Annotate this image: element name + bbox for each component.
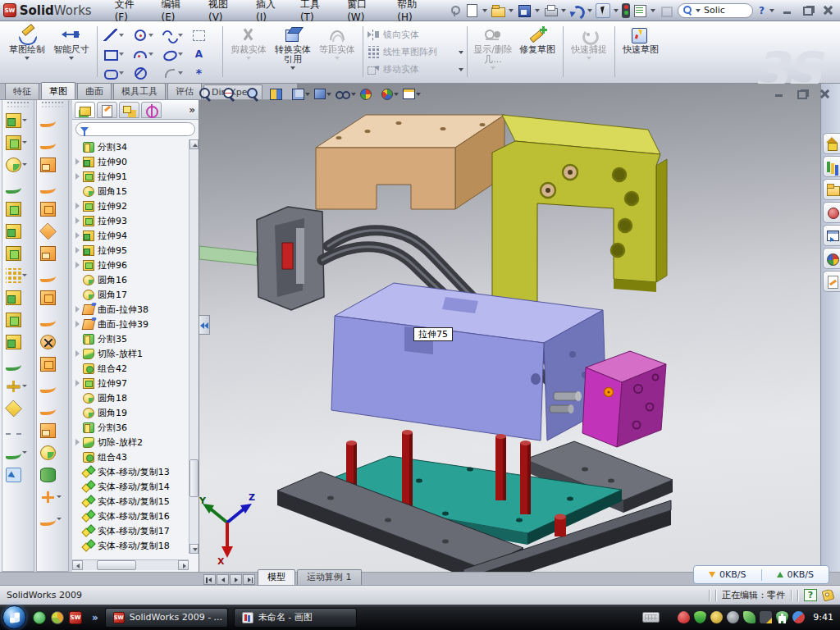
tan-plate-part[interactable] xyxy=(316,115,504,209)
chevron-down-icon[interactable] xyxy=(22,141,27,144)
sketch-entity-button[interactable] xyxy=(189,25,219,44)
toolbar-button[interactable] xyxy=(37,508,68,530)
sketch-entity-button[interactable] xyxy=(101,25,130,44)
toolbar-button[interactable] xyxy=(37,397,68,419)
tags-icon[interactable] xyxy=(822,589,835,602)
chevron-down-icon[interactable] xyxy=(25,57,30,60)
toolbar-button[interactable] xyxy=(37,308,68,331)
toolbar-button[interactable] xyxy=(37,176,68,198)
tree-item[interactable]: 切除-放样1 xyxy=(72,346,189,361)
toolbar-button[interactable] xyxy=(37,198,68,220)
chevron-down-icon[interactable] xyxy=(148,34,153,37)
green-rod-part[interactable] xyxy=(199,246,265,267)
chevron-down-icon[interactable] xyxy=(22,163,27,166)
convert-entities-button[interactable]: 转换实体引用 xyxy=(271,25,315,70)
configurationmanager-tab-icon[interactable] xyxy=(119,102,139,118)
scroll-up-icon[interactable] xyxy=(189,139,199,149)
close-button[interactable] xyxy=(820,4,837,16)
tree-item[interactable]: 实体-移动/复制13 xyxy=(72,464,189,479)
first-tab-button[interactable] xyxy=(203,574,216,585)
sketch-entity-button[interactable] xyxy=(160,63,189,82)
tree-item[interactable]: 实体-移动/复制16 xyxy=(72,509,189,523)
toolbar-button[interactable] xyxy=(2,131,34,153)
search-box[interactable]: Solic xyxy=(678,3,753,18)
toolbar-button[interactable] xyxy=(2,397,34,419)
chevron-down-icon[interactable] xyxy=(57,518,62,520)
toolbar-button[interactable] xyxy=(2,220,34,242)
chevron-down-icon[interactable] xyxy=(119,52,124,56)
chevron-down-icon[interactable] xyxy=(119,71,124,75)
tree-item[interactable]: 圆角16 xyxy=(72,272,189,287)
tray-icon-badge[interactable] xyxy=(710,611,723,623)
search-icon[interactable] xyxy=(823,202,840,223)
sketch-entity-button[interactable] xyxy=(130,63,160,82)
chevron-down-icon[interactable] xyxy=(482,9,487,12)
toolbar-button[interactable] xyxy=(2,153,34,176)
tree-item[interactable]: 组合43 xyxy=(72,450,189,464)
expand-arrow-icon[interactable] xyxy=(74,305,82,313)
doc-close-button[interactable] xyxy=(817,88,832,99)
chevron-down-icon[interactable] xyxy=(22,451,27,454)
toolbar-button[interactable] xyxy=(2,286,34,308)
taskbar-task-button[interactable]: SW SolidWorks 2009 - ... xyxy=(105,608,228,628)
expand-arrow-icon[interactable] xyxy=(74,438,82,446)
doc-restore-button[interactable] xyxy=(794,88,809,99)
undo-icon[interactable] xyxy=(569,3,584,18)
tray-icon-updater[interactable] xyxy=(792,611,805,623)
tree-item[interactable]: 实体-移动/复制14 xyxy=(72,479,189,494)
scrollbar-thumb[interactable] xyxy=(97,560,136,570)
chevron-down-icon[interactable] xyxy=(769,9,774,12)
expand-arrow-icon[interactable] xyxy=(74,320,82,328)
tree-item[interactable]: 实体-移动/复制15 xyxy=(72,494,189,509)
toolbar-button[interactable] xyxy=(37,286,68,308)
new-document-icon[interactable] xyxy=(464,3,479,18)
tree-item[interactable]: 实体-移动/复制17 xyxy=(72,523,189,538)
expand-arrow-icon[interactable] xyxy=(74,261,82,269)
tree-item[interactable]: 曲面-拉伸38 xyxy=(72,302,189,317)
repair-sketch-button[interactable]: 修复草图 xyxy=(515,25,559,55)
chevron-down-icon[interactable] xyxy=(561,9,566,12)
custom-properties-icon[interactable] xyxy=(823,271,840,292)
sketch-entity-button[interactable] xyxy=(101,44,130,63)
hud-button[interactable] xyxy=(336,89,356,98)
toolbar-button[interactable] xyxy=(2,463,34,486)
toolbar-button[interactable] xyxy=(2,198,34,220)
expand-arrow-icon[interactable] xyxy=(74,349,82,358)
toolbar-button[interactable] xyxy=(2,176,34,198)
chevron-down-icon[interactable] xyxy=(394,93,399,96)
tray-icon-green-app[interactable] xyxy=(743,611,756,623)
sketch-entity-button[interactable]: A xyxy=(189,44,219,63)
expand-arrow-icon[interactable] xyxy=(74,379,82,387)
chevron-down-icon[interactable] xyxy=(305,93,310,96)
model-tab[interactable]: 模型 xyxy=(258,569,295,585)
chevron-down-icon[interactable] xyxy=(696,9,701,12)
command-tab[interactable]: 评估 xyxy=(167,83,202,99)
sketch-entity-button[interactable] xyxy=(130,25,160,44)
next-tab-button[interactable] xyxy=(230,574,242,585)
tree-item[interactable]: 拉伸96 xyxy=(72,258,189,272)
mold-block-part[interactable] xyxy=(331,283,606,441)
toolbar-button[interactable] xyxy=(37,242,68,264)
scroll-left-icon[interactable] xyxy=(72,560,83,570)
command-tab[interactable]: 特征 xyxy=(5,83,39,99)
toolbar-button[interactable] xyxy=(37,264,68,286)
command-tab[interactable]: 曲面 xyxy=(77,83,112,99)
scroll-right-icon[interactable] xyxy=(178,560,189,570)
save-icon[interactable] xyxy=(517,3,532,18)
expand-arrow-icon[interactable] xyxy=(74,202,82,210)
dimxpertmanager-tab-icon[interactable] xyxy=(141,102,162,118)
tree-item[interactable]: 拉伸92 xyxy=(72,199,189,213)
tree-item[interactable]: 切除-放样2 xyxy=(72,435,189,450)
open-icon[interactable] xyxy=(491,3,505,18)
model-tab[interactable]: 运动算例 1 xyxy=(297,569,362,585)
toolbar-button[interactable] xyxy=(37,220,68,242)
tree-filter-input[interactable] xyxy=(75,122,195,136)
tree-item[interactable]: 分割34 xyxy=(72,139,189,154)
tree-item[interactable]: 拉伸93 xyxy=(72,213,189,228)
sketch-entity-button[interactable] xyxy=(160,44,189,63)
help-button[interactable]: ? xyxy=(757,5,766,16)
hud-button[interactable] xyxy=(222,87,242,101)
toolbar-button[interactable] xyxy=(37,109,68,131)
tray-icon-antivirus[interactable] xyxy=(678,611,690,623)
select-cursor-icon[interactable] xyxy=(596,3,610,18)
